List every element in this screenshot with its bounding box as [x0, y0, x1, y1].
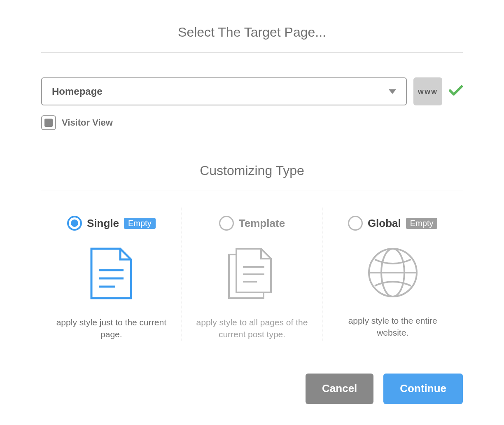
radio-inner [71, 220, 78, 227]
radio-single[interactable] [67, 216, 82, 231]
badge-empty: Empty [406, 218, 438, 229]
option-template[interactable]: Template apply style to all pages of the… [182, 208, 323, 341]
option-header: Single Empty [67, 216, 156, 231]
page-dropdown-value: Homepage [52, 86, 103, 97]
globe-icon [367, 247, 418, 300]
document-icon [90, 247, 133, 301]
page-dropdown[interactable]: Homepage [41, 77, 407, 105]
target-page-title: Select The Target Page... [41, 25, 463, 52]
radio-global[interactable] [348, 216, 363, 231]
continue-button[interactable]: Continue [383, 374, 463, 404]
option-desc: apply style to the entire website. [335, 315, 450, 339]
option-global[interactable]: Global Empty apply style to the entire w… [322, 208, 463, 341]
documents-icon [227, 247, 277, 301]
option-label: Single [87, 217, 119, 230]
actions-row: Cancel Continue [41, 365, 463, 404]
customizing-type-title: Customizing Type [41, 163, 463, 191]
radio-template[interactable] [219, 216, 234, 231]
cancel-button[interactable]: Cancel [306, 374, 373, 404]
page-select-row: Homepage WWW [41, 53, 463, 115]
option-label: Global [368, 217, 401, 230]
checkbox-inner [44, 119, 53, 127]
badge-empty: Empty [124, 218, 156, 229]
visitor-view-row: Visitor View [41, 115, 463, 163]
option-label: Template [239, 217, 285, 230]
option-header: Global Empty [348, 216, 438, 231]
check-icon [449, 85, 463, 98]
option-single[interactable]: Single Empty apply style just to the cur… [41, 208, 182, 341]
visitor-view-label: Visitor View [62, 117, 113, 128]
visitor-view-checkbox[interactable] [41, 115, 56, 130]
options-row: Single Empty apply style just to the cur… [41, 191, 463, 365]
option-desc: apply style just to the current page. [54, 316, 169, 341]
www-button[interactable]: WWW [413, 77, 442, 105]
option-desc: apply style to all pages of the current … [194, 316, 310, 341]
option-header: Template [219, 216, 285, 231]
chevron-down-icon [389, 89, 396, 94]
